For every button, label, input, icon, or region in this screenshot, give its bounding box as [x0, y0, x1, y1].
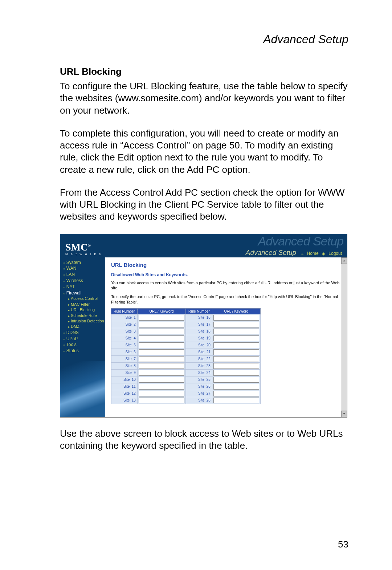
url-input-site-27[interactable]	[213, 391, 259, 396]
col-url-keyword: URL / Keyword	[212, 308, 260, 314]
url-input-site-1[interactable]	[139, 315, 184, 321]
url-input-site-20[interactable]	[213, 342, 259, 348]
sidebar-item-ddns[interactable]: DDNS	[60, 330, 105, 336]
url-input-site-28[interactable]	[213, 398, 259, 403]
rule-label: Site 26	[186, 383, 212, 390]
col-rule-number: Rule Number	[111, 308, 138, 314]
rule-label: Site 8	[111, 362, 138, 369]
scroll-down-icon[interactable]: ▼	[341, 411, 347, 417]
rule-label: Site 22	[186, 355, 212, 362]
panel-paragraph-2: To specify the particular PC, go back to…	[111, 294, 341, 305]
url-input-site-12[interactable]	[139, 391, 184, 396]
url-input-site-18[interactable]	[213, 329, 259, 334]
main-panel: URL Blocking Disallowed Web Sites and Ke…	[105, 257, 347, 417]
url-input-site-13[interactable]	[139, 398, 184, 403]
rule-label: Site 7	[111, 355, 138, 362]
panel-subtitle: Disallowed Web Sites and Keywords.	[111, 272, 341, 277]
sidebar-item-firewall[interactable]: Firewall	[60, 290, 105, 296]
rule-label: Site 21	[186, 349, 212, 355]
rule-label: Site 28	[186, 397, 212, 404]
sidebar-item-url-blocking[interactable]: URL Blocking	[60, 307, 105, 313]
sidebar-item-lan[interactable]: LAN	[60, 272, 105, 278]
logout-icon: ◉	[322, 252, 325, 256]
sidebar-item-wan[interactable]: WAN	[60, 265, 105, 272]
home-link[interactable]: Home	[307, 251, 319, 256]
url-input-site-3[interactable]	[139, 329, 184, 334]
sidebar-item-nat[interactable]: NAT	[60, 284, 105, 290]
sidebar-item-mac-filter[interactable]: MAC Filter	[60, 302, 105, 307]
url-input-site-19[interactable]	[213, 335, 259, 341]
url-input-site-6[interactable]	[139, 349, 184, 355]
rule-label: Site 3	[111, 328, 138, 335]
sidebar-item-system[interactable]: System	[60, 260, 105, 266]
logo: SMC®	[65, 241, 91, 253]
url-input-site-7[interactable]	[139, 356, 184, 362]
rule-table: Rule NumberURL / KeywordSite 1Site 2Site…	[111, 308, 341, 404]
rule-label: Site 12	[111, 390, 138, 397]
sidebar-item-status[interactable]: Status	[60, 348, 105, 354]
url-input-site-4[interactable]	[139, 335, 184, 341]
paragraph-1: To configure the URL Blocking feature, u…	[60, 80, 348, 117]
sidebar-image	[60, 361, 105, 417]
logout-link[interactable]: Logout	[328, 251, 342, 256]
sidebar-item-intrusion-detection[interactable]: Intrusion Detection	[60, 318, 105, 324]
home-icon: ⌂	[301, 252, 303, 256]
rule-label: Site 11	[111, 383, 138, 390]
rule-label: Site 24	[186, 369, 212, 376]
url-input-site-2[interactable]	[139, 322, 184, 327]
rule-label: Site 20	[186, 342, 212, 349]
rule-label: Site 4	[111, 335, 138, 342]
paragraph-4: Use the above screen to block access to …	[60, 428, 348, 452]
rule-label: Site 9	[111, 369, 138, 376]
section-title: URL Blocking	[60, 66, 348, 77]
router-screenshot: SMC® N e t w o r k s Advanced Setup Adva…	[60, 234, 347, 418]
header-title: Advanced Setup	[246, 249, 296, 257]
rule-label: Site 6	[111, 349, 138, 355]
url-input-site-16[interactable]	[213, 315, 259, 321]
col-rule-number: Rule Number	[186, 308, 212, 314]
url-input-site-22[interactable]	[213, 356, 259, 362]
url-input-site-26[interactable]	[213, 384, 259, 390]
url-input-site-17[interactable]	[213, 322, 259, 327]
sidebar-item-upnp[interactable]: UPnP	[60, 336, 105, 342]
sidebar-item-access-control[interactable]: Access Control	[60, 296, 105, 301]
url-input-site-5[interactable]	[139, 342, 184, 348]
sidebar-item-schedule-rule[interactable]: Schedule Rule	[60, 313, 105, 318]
rule-label: Site 5	[111, 342, 138, 349]
rule-label: Site 1	[111, 314, 138, 321]
url-input-site-10[interactable]	[139, 377, 184, 383]
page-header: Advanced Setup	[60, 33, 348, 46]
url-input-site-11[interactable]	[139, 384, 184, 390]
header-ghost-text: Advanced Setup	[258, 234, 343, 248]
scrollbar[interactable]: ▲ ▼	[341, 257, 347, 417]
rule-label: Site 23	[186, 362, 212, 369]
col-url-keyword: URL / Keyword	[137, 308, 185, 314]
rule-label: Site 19	[186, 335, 212, 342]
rule-label: Site 27	[186, 390, 212, 397]
sidebar-item-wireless[interactable]: Wireless	[60, 278, 105, 284]
url-input-site-24[interactable]	[213, 370, 259, 376]
page-number: 53	[338, 539, 348, 550]
paragraph-2: To complete this configuration, you will…	[60, 127, 348, 176]
scroll-up-icon[interactable]: ▲	[341, 257, 347, 264]
panel-title: URL Blocking	[111, 262, 341, 268]
rule-label: Site 13	[111, 397, 138, 404]
url-input-site-21[interactable]	[213, 349, 259, 355]
sidebar: SystemWANLANWirelessNATFirewallAccess Co…	[60, 257, 105, 417]
panel-paragraph-1: You can block access to certain Web site…	[111, 280, 341, 291]
rule-label: Site 2	[111, 321, 138, 328]
paragraph-3: From the Access Control Add PC section c…	[60, 187, 348, 223]
logo-subtext: N e t w o r k s	[65, 252, 102, 256]
rule-label: Site 18	[186, 328, 212, 335]
sidebar-item-dmz[interactable]: DMZ	[60, 324, 105, 329]
url-input-site-9[interactable]	[139, 370, 184, 376]
url-input-site-8[interactable]	[139, 363, 184, 369]
rule-label: Site 25	[186, 376, 212, 383]
url-input-site-25[interactable]	[213, 377, 259, 383]
sidebar-item-tools[interactable]: Tools	[60, 342, 105, 348]
url-input-site-23[interactable]	[213, 363, 259, 369]
rule-label: Site 10	[111, 376, 138, 383]
rule-label: Site 16	[186, 314, 212, 321]
rule-label: Site 17	[186, 321, 212, 328]
